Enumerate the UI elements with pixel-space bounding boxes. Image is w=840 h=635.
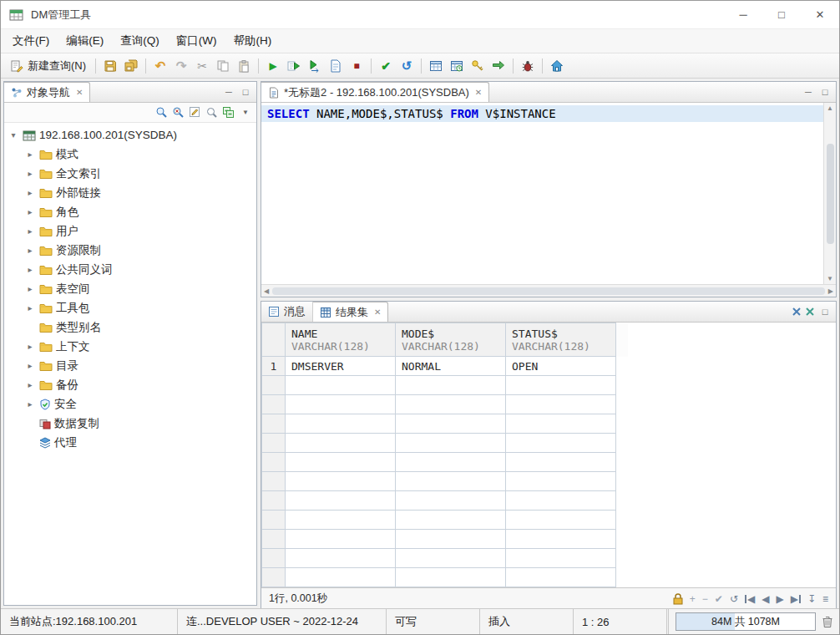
minimize-view-icon[interactable]: ─ (802, 87, 815, 97)
transfer-button[interactable] (488, 56, 509, 76)
menu-window[interactable]: 窗口(W) (168, 29, 225, 53)
tab-editor-untitled2[interactable]: *无标题2 - 192.168.100.201(SYSDBA) ✕ (261, 82, 489, 102)
undo-button[interactable]: ↶ (150, 56, 170, 76)
close-results-icon[interactable] (792, 307, 802, 317)
menu-file[interactable]: 文件(F) (4, 29, 58, 53)
expand-arrow-icon[interactable]: ▸ (24, 150, 36, 159)
expand-arrow-icon[interactable]: ▸ (24, 207, 36, 216)
cell-name[interactable]: DMSERVER (286, 357, 396, 376)
statistics-button[interactable] (447, 56, 467, 76)
expand-arrow-icon[interactable]: ▸ (24, 342, 36, 351)
execute-button[interactable]: ▶ (263, 56, 283, 76)
editor-horizontal-scrollbar[interactable]: ◀ ▶ (261, 284, 836, 297)
monitor-button[interactable] (518, 56, 538, 76)
expand-arrow-icon[interactable]: ▸ (24, 246, 36, 255)
redo-button[interactable]: ↷ (171, 56, 191, 76)
tree-item-agent[interactable]: 代理 (4, 433, 256, 452)
editor-vertical-scrollbar[interactable]: ▲ ▼ (823, 103, 836, 284)
tree-item-backups[interactable]: ▸ 备份 (4, 375, 256, 394)
search-object-icon[interactable] (155, 106, 168, 119)
commit-button[interactable]: ✔ (376, 56, 396, 76)
scroll-up-icon[interactable]: ▲ (827, 104, 833, 112)
row-number-cell[interactable]: 1 (262, 357, 286, 376)
save-all-button[interactable] (121, 56, 141, 76)
add-row-icon[interactable]: + (690, 593, 696, 605)
apply-changes-icon[interactable]: ✔ (715, 593, 723, 605)
expand-arrow-icon[interactable]: ▸ (24, 265, 36, 274)
tree-item-type-aliases[interactable]: 类型别名 (4, 318, 256, 337)
maximize-view-icon[interactable]: □ (818, 87, 832, 97)
expand-arrow-icon[interactable]: ▸ (24, 303, 36, 312)
first-page-icon[interactable]: ◀ (745, 593, 755, 605)
scrollbar-thumb[interactable] (272, 287, 825, 295)
close-tab-icon[interactable]: ✕ (475, 88, 482, 97)
tree-item-fulltext-index[interactable]: ▸ 全文索引 (4, 164, 256, 183)
tree-root-node[interactable]: ▾ 192.168.100.201(SYSDBA) (4, 125, 256, 145)
tree-item-resource-limits[interactable]: ▸ 资源限制 (4, 241, 256, 260)
scroll-left-icon[interactable]: ◀ (264, 287, 269, 295)
tree-item-roles[interactable]: ▸ 角色 (4, 202, 256, 221)
menu-edit[interactable]: 编辑(E) (58, 29, 112, 53)
run-garbage-collector-button[interactable] (816, 609, 839, 634)
view-menu-icon[interactable]: ▼ (239, 109, 252, 116)
execute-next-button[interactable] (305, 56, 325, 76)
fetch-all-icon[interactable]: ≡ (822, 593, 828, 605)
find-icon[interactable] (205, 106, 218, 119)
delete-row-icon[interactable]: − (702, 593, 708, 605)
expand-arrow-icon[interactable]: ▸ (24, 169, 36, 178)
save-button[interactable] (100, 56, 120, 76)
tab-object-navigator[interactable]: 对象导航 ✕ (4, 82, 90, 102)
expand-arrow-icon[interactable]: ▸ (24, 361, 36, 370)
column-header-name[interactable]: NAME VARCHAR(128) (286, 323, 396, 357)
close-tab-icon[interactable]: ✕ (76, 88, 83, 97)
next-page-icon[interactable]: ▶ (776, 593, 783, 605)
tree-item-directories[interactable]: ▸ 目录 (4, 356, 256, 375)
minimize-button[interactable]: ─ (724, 1, 762, 28)
close-tab-icon[interactable]: ✕ (374, 307, 381, 317)
new-query-button[interactable]: 新建查询(N) (5, 56, 91, 76)
close-all-results-icon[interactable] (805, 307, 815, 317)
column-header-status[interactable]: STATUS$ VARCHAR(128) (506, 323, 616, 357)
scroll-right-icon[interactable]: ▶ (828, 287, 833, 295)
tree-item-packages[interactable]: ▸ 工具包 (4, 298, 256, 318)
scroll-down-icon[interactable]: ▼ (827, 275, 833, 282)
tree-item-replication[interactable]: 数据复制 (4, 414, 256, 433)
tree-item-security[interactable]: ▸ 安全 (4, 394, 256, 414)
maximize-view-icon[interactable]: □ (239, 87, 252, 97)
prev-page-icon[interactable]: ◀ (762, 593, 769, 605)
maximize-button[interactable]: □ (762, 1, 801, 28)
cell-mode[interactable]: NORMAL (396, 357, 506, 376)
expand-arrow-icon[interactable]: ▸ (24, 380, 36, 389)
close-button[interactable]: ✕ (801, 1, 839, 28)
sql-editor[interactable]: SELECT NAME,MODE$,STATUS$ FROM V$INSTANC… (261, 103, 823, 284)
menu-query[interactable]: 查询(Q) (112, 29, 168, 53)
last-page-icon[interactable]: ▶ (791, 593, 801, 605)
scrollbar-thumb[interactable] (827, 144, 834, 244)
tree-item-public-synonyms[interactable]: ▸ 公共同义词 (4, 260, 256, 279)
tree-item-tablespaces[interactable]: ▸ 表空间 (4, 279, 256, 298)
tab-messages[interactable]: 消息 (261, 302, 313, 322)
execute-selection-button[interactable] (284, 56, 304, 76)
edit-icon[interactable] (189, 106, 201, 119)
fetch-more-icon[interactable]: ↧ (807, 593, 816, 605)
stop-button[interactable]: ■ (347, 56, 367, 76)
refresh-results-icon[interactable]: ↺ (730, 593, 738, 605)
minimize-view-icon[interactable]: ─ (222, 87, 235, 97)
maximize-view-icon[interactable]: □ (818, 307, 832, 317)
expand-arrow-icon[interactable]: ▾ (8, 130, 19, 140)
expand-arrow-icon[interactable]: ▸ (24, 399, 36, 409)
tree-item-contexts[interactable]: ▸ 上下文 (4, 337, 256, 356)
expand-arrow-icon[interactable]: ▸ (24, 284, 36, 293)
menu-help[interactable]: 帮助(H) (225, 29, 280, 53)
expand-arrow-icon[interactable]: ▸ (24, 188, 36, 197)
collapse-all-icon[interactable] (222, 106, 235, 119)
column-header-mode[interactable]: MODE$ VARCHAR(128) (396, 323, 506, 357)
expand-arrow-icon[interactable]: ▸ (24, 226, 36, 236)
query-plan-button[interactable] (426, 56, 446, 76)
tree-item-users[interactable]: ▸ 用户 (4, 221, 256, 241)
rollback-button[interactable]: ↺ (397, 56, 417, 76)
home-button[interactable] (547, 56, 567, 76)
filter-icon[interactable] (172, 106, 185, 119)
execute-plan-button[interactable] (326, 56, 346, 76)
heap-status-gauge[interactable]: 84M 共 1078M (676, 612, 816, 631)
